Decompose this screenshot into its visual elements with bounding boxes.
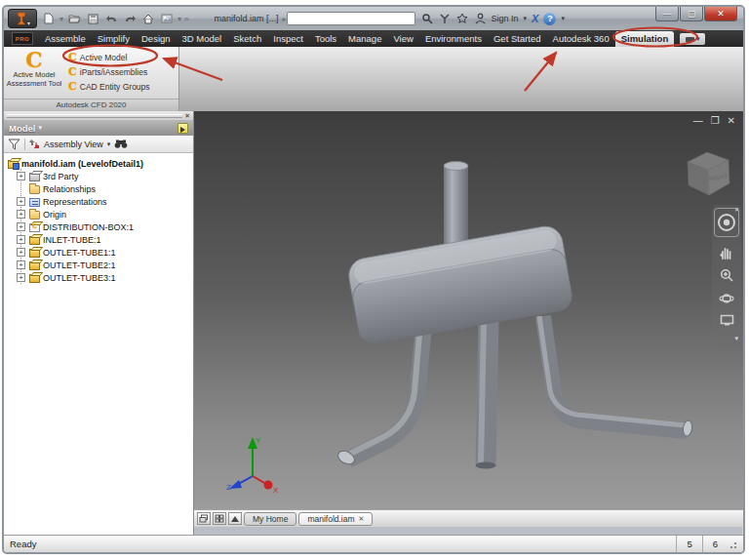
substitute-part-icon [29,223,40,232]
tab-design[interactable]: Design [136,31,177,47]
panel-dock-bar[interactable]: ✕ [4,111,193,120]
communication-center-icon[interactable] [439,13,452,25]
zoom-icon[interactable] [720,268,734,283]
search-icon[interactable] [421,13,434,25]
navbar-close-icon[interactable]: ✕ [734,206,739,213]
expand-icon[interactable]: + [17,235,25,244]
steering-wheel-button[interactable]: ✕ [714,208,739,237]
expand-icon[interactable]: + [17,172,25,180]
tab-view[interactable]: View [387,31,418,47]
ribbon-tab-bar: PRO Assemble Simplify Design 3D Model Sk… [4,30,743,47]
exchange-apps-icon[interactable]: X [532,13,538,24]
view-mode-label[interactable]: Assembly View [44,140,103,149]
dropdown-caret[interactable]: ▾ [177,15,181,23]
user-icon[interactable] [474,13,487,25]
tab-inspect[interactable]: Inspect [267,31,309,47]
sign-in-label[interactable]: Sign In [492,14,519,23]
tree-item[interactable]: + INLET-TUBE:1 [4,233,193,246]
home-button[interactable] [140,12,156,26]
redo-button[interactable] [122,12,138,26]
expand-icon[interactable]: + [17,260,25,269]
browser-header[interactable]: Model ▾ [4,120,193,136]
open-file-button[interactable] [66,12,82,26]
undo-button[interactable] [103,12,119,26]
title-expand-caret[interactable]: ▸ [283,15,287,23]
find-binoculars-icon[interactable] [114,139,128,149]
tab-environments[interactable]: Environments [419,31,488,47]
tab-close-icon[interactable]: ✕ [359,515,365,523]
viewcube[interactable]: RIGHT [680,144,738,205]
resize-grip[interactable] [728,540,737,549]
tab-simplify[interactable]: Simplify [92,31,136,47]
tab-my-home[interactable]: My Home [244,512,296,526]
application-menu-button[interactable] [8,9,37,28]
expand-icon[interactable]: + [17,197,25,206]
qat-overflow-button[interactable]: » [184,15,188,23]
close-button[interactable]: ✕ [704,7,737,21]
render-image-button[interactable] [159,12,175,26]
dock-grip[interactable] [7,114,182,118]
active-model-assessment-tool-button[interactable]: C Active ModelAssessment Tool [4,47,64,99]
chevron-down-icon[interactable]: ▾ [38,124,42,132]
panel-close-icon[interactable]: ✕ [184,112,190,119]
tree-item[interactable]: + 3rd Party [4,170,193,182]
tab-manage[interactable]: Manage [342,31,387,47]
tab-3d-model[interactable]: 3D Model [177,31,228,47]
inventor-pro-badge: PRO [12,32,33,45]
tab-tools[interactable]: Tools [309,31,342,47]
look-at-icon[interactable] [720,314,734,326]
tab-manifold-iam[interactable]: manifold.iam✕ [298,512,373,526]
expand-icon[interactable]: + [17,210,25,219]
panel-title[interactable]: Autodesk CFD 2020 [4,99,178,111]
third-party-icon [29,173,40,181]
collapse-tab-bar-button[interactable] [228,512,242,525]
navbar-more-caret[interactable]: ▾ [734,335,738,342]
application-window: ▾ ▾ » manifold.iam [...] ▸ Sign In ▾ X ?… [2,5,745,554]
tree-item-root[interactable]: manifold.iam (LevelofDetail1) [4,157,193,170]
tree-item[interactable]: Relationships [4,182,193,195]
filter-icon[interactable] [8,139,20,150]
toolbar-separator [24,139,25,150]
tab-get-started[interactable]: Get Started [488,31,547,47]
tree-item[interactable]: + OUTLET-TUBE1:1 [4,246,193,259]
tree-item[interactable]: + Representations [4,195,193,208]
orbit-icon[interactable] [719,292,734,305]
help-caret[interactable]: ▾ [561,15,565,22]
sign-in-caret[interactable]: ▾ [524,15,528,22]
new-file-button[interactable] [41,12,57,26]
window-controls: — ▢ ✕ [654,7,737,21]
cascade-windows-button[interactable] [197,512,211,525]
dropdown-caret[interactable]: ▾ [59,15,63,23]
tile-windows-button[interactable] [213,512,226,525]
model-viewport[interactable]: — ❐ ✕ [194,111,743,509]
assembly-view-icon[interactable] [29,139,40,149]
tree-item[interactable]: + OUTLET-TUBE2:1 [4,259,193,271]
infocenter-search-input[interactable] [287,12,415,25]
expand-icon[interactable]: + [17,248,25,257]
help-icon[interactable]: ? [543,13,556,25]
save-button[interactable] [85,12,100,26]
tab-autodesk-360[interactable]: Autodesk 360 [547,31,615,47]
tree-item[interactable]: + Origin [4,208,193,220]
pan-hand-icon[interactable] [719,246,734,260]
iparts-iassemblies-button[interactable]: C iParts/iAssemblies [64,64,178,79]
expander-spacer [17,184,25,193]
active-model-button[interactable]: C Active Model [64,50,178,64]
tab-sketch[interactable]: Sketch [227,31,267,47]
navigation-bar: ✕ ▾ [712,205,741,351]
favorites-star-icon[interactable] [456,13,469,25]
cad-entity-groups-button[interactable]: C CAD Entity Groups [64,79,178,94]
tab-simulation[interactable]: Simulation [615,31,675,47]
expand-icon[interactable]: + [17,222,25,231]
tab-assemble[interactable]: Assemble [39,31,92,47]
minimize-button[interactable]: — [655,7,679,21]
document-tab-bar: My Home manifold.iam✕ [194,509,743,527]
expand-icon[interactable]: + [17,273,25,282]
view-mode-caret[interactable]: ▾ [107,140,111,148]
browser-flyout-icon[interactable] [177,123,188,134]
tree-item[interactable]: + OUTLET-TUBE3:1 [4,271,193,284]
ribbon-display-toggle-button[interactable]: ▾ [680,33,705,45]
browser-title: Model [9,123,35,134]
tree-item[interactable]: + DISTRIBUTION-BOX:1 [4,220,193,233]
maximize-button[interactable]: ▢ [680,7,703,21]
